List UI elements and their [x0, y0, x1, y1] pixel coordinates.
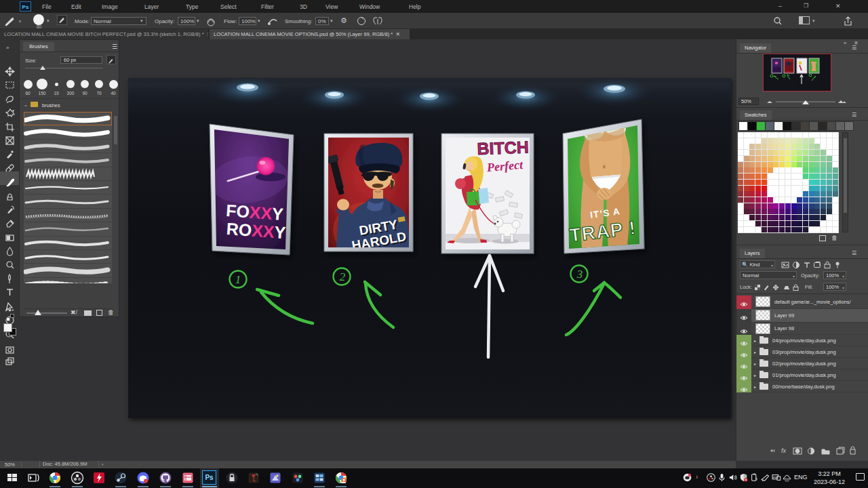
- svg-text:BITCH: BITCH: [477, 138, 529, 159]
- svg-text:1: 1: [235, 273, 241, 286]
- svg-text:2: 2: [340, 270, 346, 283]
- svg-text:PRE: PRE: [773, 476, 778, 479]
- svg-text:fx: fx: [781, 447, 787, 454]
- svg-text:3: 3: [576, 268, 583, 281]
